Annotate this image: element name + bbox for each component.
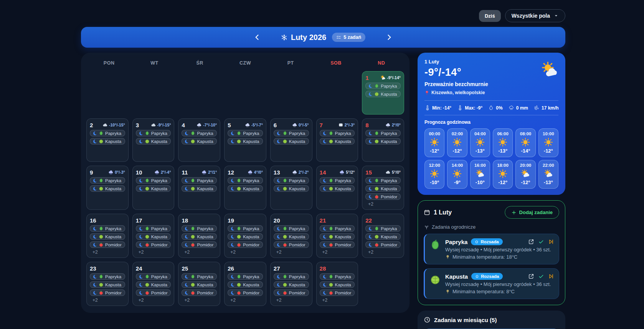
more-tasks-label[interactable]: +2 [322, 297, 355, 303]
calendar-day-cell[interactable]: 27PaprykaKapustaPomidor+2 [270, 262, 312, 306]
calendar-day-cell[interactable]: 24PaprykaKapustaPomidor+2 [132, 262, 175, 306]
task-chip[interactable]: Pomidor [136, 241, 171, 248]
task-chip[interactable]: Papryka [182, 225, 217, 232]
task-chip[interactable]: Kapusta [320, 233, 355, 240]
calendar-day-cell[interactable]: 22PaprykaKapustaPomidor+2 [362, 214, 404, 258]
task-chip[interactable]: Pomidor [274, 289, 309, 296]
task-chip[interactable]: Kapusta [182, 138, 217, 145]
task-chip[interactable]: Pomidor [228, 241, 263, 248]
task-chip[interactable]: Kapusta [90, 281, 125, 288]
task-chip[interactable]: Kapusta [136, 281, 171, 288]
task-chip[interactable]: Pomidor [182, 289, 217, 296]
calendar-day-cell[interactable]: 16PaprykaKapustaPomidor+2 [86, 214, 129, 258]
calendar-day-cell[interactable]: 4-7°/-10°PaprykaKapusta [178, 118, 220, 162]
task-chip[interactable]: Papryka [365, 83, 401, 89]
task-chip[interactable]: Kapusta [182, 281, 217, 288]
calendar-day-cell[interactable]: 19PaprykaKapustaPomidor+2 [224, 214, 266, 258]
calendar-day-cell[interactable]: 82°/0°PaprykaKapusta [362, 118, 404, 162]
calendar-day-cell[interactable]: 20PaprykaKapustaPomidor+2 [270, 214, 312, 258]
task-chip[interactable]: Kapusta [136, 138, 171, 145]
task-chip[interactable]: Papryka [228, 225, 263, 232]
next-month-button[interactable] [383, 31, 395, 43]
more-tasks-label[interactable]: +2 [92, 297, 125, 303]
skip-task-button[interactable] [548, 239, 554, 245]
add-task-button[interactable]: Dodaj zadanie [505, 206, 559, 219]
task-chip[interactable]: Kapusta [365, 91, 401, 97]
more-tasks-label[interactable]: +2 [230, 249, 263, 255]
task-chip[interactable]: Papryka [228, 273, 263, 280]
calendar-day-cell[interactable]: 132°/-2°PaprykaKapusta [270, 166, 312, 210]
complete-task-button[interactable] [538, 239, 544, 245]
task-chip[interactable]: Kapusta [274, 138, 309, 145]
task-chip[interactable]: Papryka [90, 273, 125, 280]
calendar-day-cell[interactable]: 90°/-3°PaprykaKapusta [86, 166, 129, 210]
calendar-day-cell[interactable]: 3-9°/-15°PaprykaKapusta [132, 118, 175, 162]
task-chip[interactable]: Kapusta [320, 185, 355, 192]
task-chip[interactable]: Papryka [365, 177, 401, 184]
complete-task-button[interactable] [538, 273, 544, 279]
task-chip[interactable]: Kapusta [320, 138, 355, 145]
task-chip[interactable]: Papryka [320, 273, 355, 280]
task-chip[interactable]: Pomidor [320, 241, 355, 248]
task-chip[interactable]: Kapusta [274, 185, 309, 192]
calendar-day-cell[interactable]: 155°/0°PaprykaKapustaPomidor+2 [362, 166, 404, 210]
task-chip[interactable]: Kapusta [365, 138, 401, 145]
more-tasks-label[interactable]: +2 [276, 297, 309, 303]
task-chip[interactable]: Kapusta [274, 233, 309, 240]
calendar-day-cell[interactable]: 124°/0°PaprykaKapusta [224, 166, 266, 210]
task-chip[interactable]: Kapusta [365, 185, 401, 192]
calendar-day-cell[interactable]: 102°/-4°PaprykaKapusta [132, 166, 175, 210]
task-chip[interactable]: Papryka [90, 130, 125, 136]
today-button[interactable]: Dziś [479, 10, 501, 22]
task-chip[interactable]: Papryka [136, 177, 171, 184]
more-tasks-label[interactable]: +2 [276, 249, 309, 255]
more-tasks-label[interactable]: +2 [368, 201, 401, 207]
more-tasks-label[interactable]: +2 [184, 249, 217, 255]
calendar-day-cell[interactable]: 26PaprykaKapustaPomidor+2 [224, 262, 266, 306]
task-chip[interactable]: Kapusta [320, 281, 355, 288]
task-chip[interactable]: Papryka [274, 130, 309, 136]
calendar-day-cell[interactable]: 18PaprykaKapustaPomidor+2 [178, 214, 220, 258]
task-chip[interactable]: Papryka [182, 130, 217, 136]
task-chip[interactable]: Papryka [182, 273, 217, 280]
task-chip[interactable]: Kapusta [228, 233, 263, 240]
task-chip[interactable]: Kapusta [90, 138, 125, 145]
task-chip[interactable]: Papryka [365, 225, 401, 232]
task-chip[interactable]: Papryka [320, 225, 355, 232]
task-chip[interactable]: Papryka [320, 177, 355, 184]
task-chip[interactable]: Papryka [182, 177, 217, 184]
task-chip[interactable]: Kapusta [228, 138, 263, 145]
task-chip[interactable]: Papryka [228, 130, 263, 136]
calendar-day-cell[interactable]: 60°/-5°PaprykaKapusta [270, 118, 312, 162]
calendar-day-cell[interactable]: 23PaprykaKapustaPomidor+2 [86, 262, 129, 306]
fields-dropdown[interactable]: Wszystkie pola [505, 9, 565, 22]
open-task-button[interactable] [528, 239, 534, 245]
calendar-day-cell[interactable]: 2-10°/-15°PaprykaKapusta [86, 118, 129, 162]
skip-task-button[interactable] [548, 273, 554, 279]
task-chip[interactable]: Kapusta [182, 185, 217, 192]
task-chip[interactable]: Pomidor [90, 241, 125, 248]
task-chip[interactable]: Pomidor [320, 289, 355, 296]
task-chip[interactable]: Papryka [365, 130, 401, 136]
task-chip[interactable]: Papryka [274, 177, 309, 184]
calendar-day-cell[interactable]: 25PaprykaKapustaPomidor+2 [178, 262, 220, 306]
task-chip[interactable]: Papryka [320, 130, 355, 136]
more-tasks-label[interactable]: +2 [92, 249, 125, 255]
task-chip[interactable]: Kapusta [228, 185, 263, 192]
task-chip[interactable]: Kapusta [90, 233, 125, 240]
more-tasks-label[interactable]: +2 [139, 249, 171, 255]
calendar-day-cell[interactable]: 72°/-3°PaprykaKapusta [316, 118, 358, 162]
task-chip[interactable]: Papryka [228, 177, 263, 184]
task-chip[interactable]: Papryka [90, 225, 125, 232]
more-tasks-label[interactable]: +2 [322, 249, 355, 255]
calendar-day-cell[interactable]: 17PaprykaKapustaPomidor+2 [132, 214, 175, 258]
calendar-day-cell[interactable]: 28PaprykaKapustaPomidor+2 [316, 262, 358, 306]
task-chip[interactable]: Kapusta [182, 233, 217, 240]
task-chip[interactable]: Kapusta [136, 185, 171, 192]
task-chip[interactable]: Kapusta [365, 233, 401, 240]
more-tasks-label[interactable]: +2 [184, 297, 217, 303]
calendar-day-cell[interactable]: 112°/1°PaprykaKapusta [178, 166, 220, 210]
task-chip[interactable]: Papryka [136, 130, 171, 136]
calendar-day-cell[interactable]: 145°/2°PaprykaKapusta [316, 166, 358, 210]
task-chip[interactable]: Pomidor [182, 241, 217, 248]
